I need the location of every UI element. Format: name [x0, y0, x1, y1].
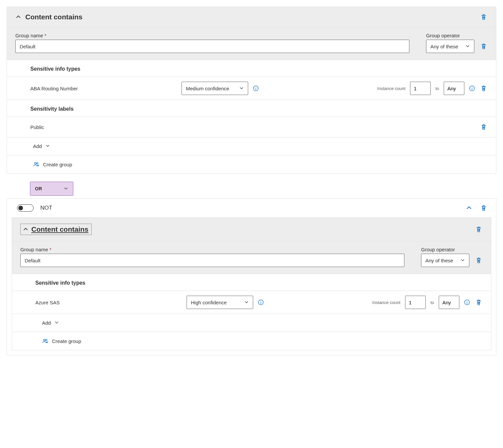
required-asterisk: * — [50, 247, 52, 252]
instance-count-from[interactable] — [410, 82, 431, 95]
instance-count-label: Instance count — [377, 86, 406, 91]
add-label: Add — [42, 320, 51, 326]
group-operator-value: Any of these — [425, 258, 453, 263]
group-icon — [42, 338, 49, 344]
card-title-framed[interactable]: Content contains — [20, 224, 92, 235]
add-label: Add — [33, 143, 42, 149]
card-title: Content contains — [31, 225, 89, 233]
confidence-value: High confidence — [191, 300, 227, 305]
instance-count-to[interactable] — [444, 82, 464, 95]
delete-info-button[interactable] — [475, 298, 483, 306]
condition-card-2: Content contains Group name * Group oper… — [12, 217, 491, 350]
chevron-down-icon — [45, 143, 50, 149]
to-label: to — [430, 300, 434, 305]
group-name-input[interactable] — [15, 40, 409, 53]
instance-count-label: Instance count — [372, 300, 401, 305]
to-label: to — [435, 86, 439, 91]
group-name-input[interactable] — [20, 254, 404, 267]
group-icon — [33, 161, 40, 167]
create-group-button[interactable]: Create group — [12, 332, 491, 350]
svg-point-7 — [46, 339, 47, 341]
not-toggle[interactable] — [17, 204, 34, 212]
group-operator-value: Any of these — [430, 44, 458, 49]
add-dropdown[interactable]: Add — [7, 137, 496, 155]
chevron-down-icon — [465, 44, 470, 49]
sensitivity-label-value: Public — [30, 124, 44, 130]
connector-value: OR — [35, 186, 42, 191]
create-group-label: Create group — [52, 338, 81, 344]
group-operator-dropdown[interactable]: Any of these — [426, 40, 474, 53]
delete-group-button[interactable] — [480, 42, 488, 50]
sensitivity-label-row: Public — [7, 117, 496, 137]
condition-card-1: Content contains Group name * Group oper… — [7, 7, 496, 174]
not-label: NOT — [40, 205, 52, 211]
create-group-button[interactable]: Create group — [7, 155, 496, 173]
collapse-button[interactable] — [464, 204, 474, 212]
not-card: NOT Content contains — [7, 198, 496, 355]
connector-dropdown[interactable]: OR — [30, 182, 73, 196]
info-icon[interactable] — [464, 299, 470, 305]
chevron-down-icon — [460, 258, 465, 263]
delete-condition-button[interactable] — [480, 13, 488, 21]
sensitive-info-name: Azure SAS — [35, 300, 182, 305]
delete-label-button[interactable] — [480, 123, 488, 131]
instance-count-from[interactable] — [405, 296, 426, 309]
group-operator-dropdown[interactable]: Any of these — [421, 254, 469, 267]
chevron-down-icon — [54, 320, 59, 326]
delete-condition-button[interactable] — [475, 225, 483, 233]
not-card-header: NOT — [7, 199, 496, 217]
instance-count-to[interactable] — [439, 296, 459, 309]
add-dropdown[interactable]: Add — [12, 314, 491, 332]
delete-group-button[interactable] — [475, 256, 483, 264]
info-icon[interactable] — [469, 85, 475, 91]
group-operator-label: Group operator — [426, 33, 474, 38]
delete-info-button[interactable] — [480, 84, 488, 92]
sensitive-info-title: Sensitive info types — [12, 274, 491, 291]
card-title: Content contains — [25, 13, 83, 21]
info-icon[interactable] — [258, 299, 264, 305]
svg-point-6 — [43, 339, 45, 341]
sensitive-info-row: ABA Routing Number Medium confidence Ins… — [7, 77, 496, 100]
create-group-label: Create group — [43, 162, 72, 167]
group-operator-label: Group operator — [421, 247, 469, 252]
confidence-dropdown[interactable]: High confidence — [187, 296, 253, 309]
chevron-up-icon[interactable] — [15, 14, 21, 20]
svg-point-2 — [34, 162, 36, 164]
sensitive-info-title: Sensitive info types — [7, 60, 496, 77]
group-name-label: Group name * — [15, 33, 409, 38]
chevron-down-icon — [239, 86, 244, 91]
sensitive-info-row: Azure SAS High confidence Instance count… — [12, 291, 491, 314]
toggle-knob — [18, 206, 23, 210]
info-icon[interactable] — [253, 85, 259, 91]
group-name-row: Group name * Group operator Any of these — [12, 241, 491, 274]
sensitivity-labels-title: Sensitivity labels — [7, 100, 496, 117]
svg-point-3 — [37, 163, 38, 164]
card-header: Content contains — [7, 7, 496, 27]
card-header: Content contains — [12, 218, 491, 241]
group-name-row: Group name * Group operator Any of these — [7, 27, 496, 60]
sensitive-info-name: ABA Routing Number — [30, 86, 177, 91]
chevron-down-icon — [244, 300, 249, 305]
confidence-dropdown[interactable]: Medium confidence — [182, 82, 248, 95]
confidence-value: Medium confidence — [186, 86, 229, 91]
delete-not-button[interactable] — [480, 204, 488, 212]
chevron-up-icon — [23, 226, 29, 232]
required-asterisk: * — [45, 33, 47, 38]
group-name-label: Group name * — [20, 247, 404, 252]
connector-row: OR — [7, 179, 496, 198]
chevron-down-icon — [64, 186, 68, 192]
